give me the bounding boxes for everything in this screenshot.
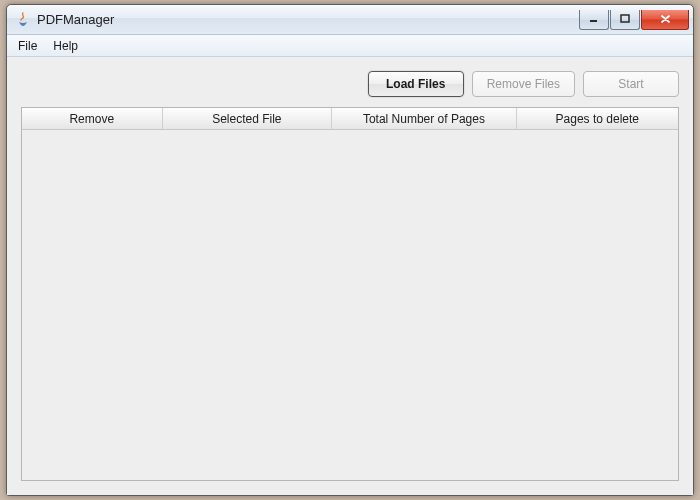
remove-files-button[interactable]: Remove Files: [472, 71, 575, 97]
toolbar: Load Files Remove Files Start: [21, 67, 679, 107]
col-pages-to-delete[interactable]: Pages to delete: [517, 108, 678, 129]
java-app-icon: [15, 12, 31, 28]
maximize-button[interactable]: [610, 10, 640, 30]
content-area: Load Files Remove Files Start Remove Sel…: [7, 57, 693, 495]
col-selected-file[interactable]: Selected File: [163, 108, 333, 129]
window-title: PDFManager: [37, 12, 579, 27]
window-controls: [579, 10, 689, 30]
minimize-button[interactable]: [579, 10, 609, 30]
col-remove[interactable]: Remove: [22, 108, 163, 129]
col-total-pages[interactable]: Total Number of Pages: [332, 108, 516, 129]
file-table: Remove Selected File Total Number of Pag…: [21, 107, 679, 481]
table-body: [22, 130, 678, 480]
menubar: File Help: [7, 35, 693, 57]
titlebar[interactable]: PDFManager: [7, 5, 693, 35]
load-files-button[interactable]: Load Files: [368, 71, 464, 97]
close-button[interactable]: [641, 10, 689, 30]
app-window: PDFManager File Help Load Files Remove F…: [6, 4, 694, 496]
table-header: Remove Selected File Total Number of Pag…: [22, 108, 678, 130]
start-button[interactable]: Start: [583, 71, 679, 97]
menu-file[interactable]: File: [11, 37, 44, 55]
menu-help[interactable]: Help: [46, 37, 85, 55]
svg-rect-1: [621, 15, 629, 22]
